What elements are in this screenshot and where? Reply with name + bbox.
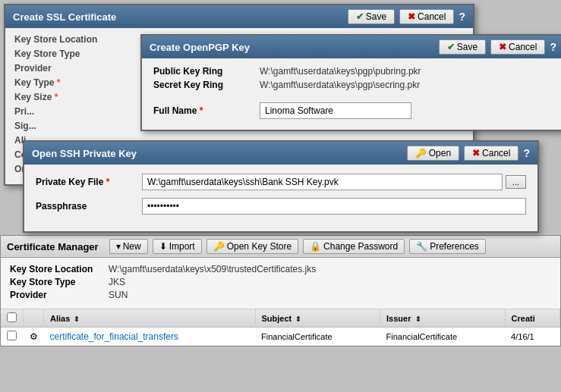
key-store-location-row: Key Store Location W:\gamft\userdata\key…: [10, 264, 551, 274]
public-key-ring-label: Public Key Ring: [153, 66, 260, 77]
browse-button[interactable]: ...: [506, 175, 526, 189]
row-subject-cell: FinancialCertificate: [255, 328, 380, 346]
key-store-type-label: Key Store Type: [10, 277, 109, 287]
ssl-dialog-actions: ✔ Save ✖ Cancel ?: [348, 9, 465, 24]
ssh-key-icon: 🔑: [415, 148, 427, 158]
ssl-dialog-header: Create SSL Certificate ✔ Save ✖ Cancel ?: [5, 5, 473, 28]
pgp-save-check-icon: ✔: [447, 42, 455, 52]
provider-row: Provider SUN: [10, 290, 551, 300]
change-password-button[interactable]: 🔒 Change Password: [303, 239, 405, 254]
full-name-row: Full Name *: [153, 102, 556, 119]
pgp-cancel-x-icon: ✖: [499, 42, 506, 52]
import-icon: ⬇: [159, 241, 167, 252]
key-store-location-value: W:\gamft\userdata\keys\x509\trustedCerti…: [109, 264, 316, 274]
key-store-type-value: JKS: [109, 277, 125, 287]
row-alias-cell: certificate_for_finacial_transfers: [44, 328, 256, 346]
col-created: Creati: [505, 309, 559, 328]
row-checkbox-cell: [1, 328, 24, 346]
col-checkbox: [1, 309, 24, 328]
private-key-file-input[interactable]: [142, 174, 503, 190]
row-issuer-cell: FinancialCertificate: [380, 328, 506, 346]
key-icon: 🔑: [213, 241, 225, 252]
certificate-manager: Certificate Manager ▾ New ⬇ Import 🔑 Ope…: [0, 235, 561, 347]
open-key-store-button[interactable]: 🔑 Open Key Store: [206, 239, 298, 254]
row-created-cell: 4/16/1: [505, 328, 559, 346]
public-key-ring-value: W:\gamft\userdata\keys\pgp\pubring.pkr: [260, 66, 421, 77]
ssh-open-button[interactable]: 🔑 Open: [407, 146, 459, 161]
ssl-cancel-button[interactable]: ✖ Cancel: [399, 9, 454, 24]
col-subject: Subject ⇕: [255, 309, 380, 328]
ssh-dialog-title: Open SSH Private Key: [32, 148, 137, 159]
provider-value: SUN: [109, 290, 128, 300]
secret-key-ring-value: W:\gamft\userdata\keys\pgp\secring.pkr: [260, 80, 420, 90]
provider-label: Provider: [10, 290, 109, 300]
private-key-file-label: Private Key File *: [36, 177, 142, 187]
pgp-dialog-title: Create OpenPGP Key: [150, 42, 250, 53]
pgp-dialog-body: Public Key Ring W:\gamft\userdata\keys\p…: [142, 58, 561, 130]
public-key-ring-row: Public Key Ring W:\gamft\userdata\keys\p…: [153, 66, 556, 77]
cert-manager-title: Certificate Manager: [7, 241, 99, 252]
alias-sort-icon: ⇕: [74, 315, 80, 323]
pgp-save-button[interactable]: ✔ Save: [439, 39, 486, 55]
col-alias: Alias ⇕: [44, 309, 256, 328]
ssh-dialog-header: Open SSH Private Key 🔑 Open ✖ Cancel ?: [24, 142, 537, 165]
col-issuer: Issuer ⇕: [380, 309, 506, 328]
cert-table-container: Alias ⇕ Subject ⇕ Issuer ⇕ Creati ⚙ cert…: [1, 309, 560, 346]
private-key-file-row: Private Key File * ...: [36, 174, 526, 190]
ssl-dialog-title: Create SSL Certificate: [13, 11, 116, 23]
new-button[interactable]: ▾ New: [109, 239, 148, 254]
issuer-sort-icon: ⇕: [415, 315, 421, 323]
select-all-checkbox[interactable]: [7, 312, 17, 322]
row-checkbox[interactable]: [7, 331, 17, 340]
pgp-dialog-header: Create OpenPGP Key ✔ Save ✖ Cancel ?: [142, 36, 561, 58]
ssh-dialog: Open SSH Private Key 🔑 Open ✖ Cancel ? P…: [23, 140, 539, 233]
table-row: ⚙ certificate_for_finacial_transfers Fin…: [1, 328, 560, 346]
secret-key-ring-row: Secret Key Ring W:\gamft\userdata\keys\p…: [153, 80, 556, 90]
full-name-input[interactable]: [260, 102, 411, 119]
subject-sort-icon: ⇕: [295, 315, 301, 323]
alias-link[interactable]: certificate_for_finacial_transfers: [50, 331, 178, 342]
pgp-dialog-actions: ✔ Save ✖ Cancel ?: [439, 39, 556, 55]
gear-icon[interactable]: ⚙: [30, 331, 38, 342]
cert-info-section: Key Store Location W:\gamft\userdata\key…: [1, 258, 560, 309]
ssh-cancel-button[interactable]: ✖ Cancel: [464, 146, 518, 161]
dropdown-arrow-icon: ▾: [116, 241, 121, 252]
passphrase-row: Passphrase: [36, 198, 526, 215]
pgp-dialog: Create OpenPGP Key ✔ Save ✖ Cancel ? Pub…: [140, 34, 561, 131]
full-name-label: Full Name *: [153, 105, 260, 116]
pgp-cancel-button[interactable]: ✖ Cancel: [490, 39, 545, 55]
import-button[interactable]: ⬇ Import: [153, 239, 202, 254]
ssl-help-button[interactable]: ?: [459, 11, 465, 23]
pgp-help-button[interactable]: ?: [550, 41, 556, 53]
ssl-save-button[interactable]: ✔ Save: [348, 9, 395, 24]
cancel-x-icon: ✖: [408, 11, 415, 22]
ssh-dialog-actions: 🔑 Open ✖ Cancel ?: [407, 146, 530, 161]
secret-key-ring-label: Secret Key Ring: [153, 80, 260, 90]
ssh-cancel-x-icon: ✖: [472, 148, 480, 158]
preferences-button[interactable]: 🔧 Preferences: [409, 239, 486, 254]
passphrase-label: Passphrase: [36, 201, 142, 212]
col-actions: [24, 309, 44, 328]
ssh-dialog-body: Private Key File * ... Passphrase: [24, 165, 537, 231]
row-actions-cell: ⚙: [24, 328, 44, 346]
cert-manager-toolbar: Certificate Manager ▾ New ⬇ Import 🔑 Ope…: [1, 236, 560, 258]
key-store-type-row: Key Store Type JKS: [10, 277, 551, 287]
key-store-location-label: Key Store Location: [10, 264, 109, 274]
cert-table: Alias ⇕ Subject ⇕ Issuer ⇕ Creati ⚙ cert…: [1, 309, 560, 346]
ssh-help-button[interactable]: ?: [523, 147, 530, 159]
wrench-icon: 🔧: [416, 241, 427, 252]
passphrase-input[interactable]: [142, 198, 526, 215]
lock-icon: 🔒: [310, 241, 321, 252]
save-check-icon: ✔: [356, 11, 364, 22]
